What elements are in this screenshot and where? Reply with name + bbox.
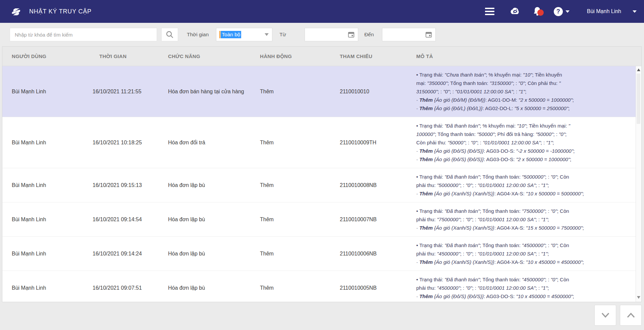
page-title: NHẬT KÝ TRUY CẬP: [29, 8, 92, 15]
table-row[interactable]: Bùi Mạnh Linh16/10/2021 09:14:54Hóa đơn …: [2, 202, 636, 237]
description-line: · Thêm {Áo gió (Đỏ/S) (Đỏ/S)}: AG03-DO-S…: [416, 292, 630, 300]
app-logo-icon: [10, 5, 22, 17]
description-line: · Thêm {Áo gió (Đỏ/S) (Đỏ/S)}: AG03-DO-S…: [416, 155, 630, 163]
cell-function: Hóa đơn bán hàng tại cửa hàng: [168, 88, 260, 95]
column-header-4[interactable]: THAM CHIẾU: [340, 53, 416, 59]
access-log-table: NGƯỜI DÙNGTHỜI GIANCHỨC NĂNGHÀNH ĐỘNGTHA…: [2, 46, 642, 302]
cell-time: 16/10/2021 10:18:25: [93, 139, 168, 146]
cell-time: 16/10/2021 09:14:54: [93, 216, 168, 223]
column-header-0[interactable]: NGƯỜI DÙNG: [2, 53, 93, 59]
cell-reference: 2110010007NB: [340, 216, 416, 223]
from-date-input[interactable]: [305, 28, 358, 41]
time-range-select[interactable]: Toàn bộ: [216, 28, 272, 41]
calendar-icon: [425, 31, 432, 38]
column-header-2[interactable]: CHỨC NĂNG: [168, 53, 260, 59]
description-line: phải thu: "7500000"; : "0"; : "01/01/000…: [416, 215, 630, 224]
description-line: · Thêm {Áo gió (Xanh/S) (Xanh/S)}: AG04-…: [416, 258, 630, 266]
column-header-5[interactable]: MÔ TẢ: [416, 53, 641, 59]
chevron-up-icon: [626, 312, 636, 319]
cell-reference: 2110010009TH: [340, 139, 416, 146]
column-header-3[interactable]: HÀNH ĐỘNG: [260, 53, 340, 59]
description-line: 100000"; Tổng thanh toán: "50000"; Phí đ…: [416, 130, 630, 138]
cell-action: Thêm: [260, 250, 340, 257]
to-date-label: Đến: [364, 32, 374, 38]
cell-user: Bùi Mạnh Linh: [2, 250, 93, 257]
calendar-icon: [347, 31, 355, 38]
notification-badge: [537, 9, 544, 16]
cell-function: Hóa đơn lập bù: [168, 284, 260, 292]
cell-time: 16/10/2021 09:15:13: [93, 182, 168, 189]
description-line: · Thêm {Áo gió (Xanh/S) (Xanh/S)}: AG04-…: [416, 189, 630, 198]
scrollbar-thumb[interactable]: [637, 74, 640, 124]
app-window: NHẬT KÝ TRUY CẬP: [0, 0, 644, 330]
description-line: · Thêm {Áo gió (Đỏ/S) (Đỏ/S)}: AG03-DO-S…: [416, 147, 630, 155]
table-row[interactable]: Bùi Mạnh Linh16/10/2021 11:21:55Hóa đơn …: [2, 66, 636, 117]
scroll-up-arrow-icon[interactable]: [637, 68, 640, 71]
scroll-down-arrow-icon[interactable]: [637, 296, 640, 299]
notifications-bell-icon[interactable]: [533, 6, 542, 16]
table-body: Bùi Mạnh Linh16/10/2021 11:21:55Hóa đơn …: [2, 66, 636, 302]
user-menu-label[interactable]: Bùi Mạnh Linh: [587, 8, 621, 14]
description-line: phải thu: "4500000"; : "0"; : "01/01/000…: [416, 249, 630, 258]
cell-action: Thêm: [260, 182, 340, 189]
cell-user: Bùi Mạnh Linh: [2, 216, 93, 223]
cell-reference: 2110010006NB: [340, 250, 416, 257]
description-line: 3150000"; : "0"; : "01/01/0001 12:00:00 …: [416, 87, 630, 96]
description-line: · Thêm {Áo gió (Đỏ/L) (Đỏ/L)}: AG02-DO-L…: [416, 104, 630, 112]
cell-description: • Trạng thái: "Đã thanh toán"; % khuyến …: [416, 117, 636, 168]
search-input[interactable]: [10, 28, 157, 41]
description-line: phải thu: "5000000"; : "0"; : "01/01/000…: [416, 181, 630, 189]
cell-time: 16/10/2021 09:14:24: [93, 250, 168, 257]
to-date-input[interactable]: [382, 28, 436, 41]
cell-function: Hóa đơn lập bù: [168, 182, 260, 189]
cell-description: • Trạng thái: "Đã thanh toán"; Tổng than…: [416, 168, 636, 202]
cloud-sync-icon[interactable]: [508, 7, 521, 16]
cell-description: • Trạng thái: "Chưa thanh toán"; % khuyế…: [416, 66, 636, 117]
cell-time: 16/10/2021 09:07:51: [93, 284, 168, 292]
cell-action: Thêm: [260, 284, 340, 292]
description-line: • Trạng thái: "Đã thanh toán"; Tổng than…: [416, 241, 630, 249]
cell-reference: 2110010010: [340, 88, 416, 95]
table-row[interactable]: Bùi Mạnh Linh16/10/2021 09:15:13Hóa đơn …: [2, 168, 636, 202]
search-button[interactable]: [161, 28, 178, 41]
cell-action: Thêm: [260, 88, 340, 95]
cell-function: Hóa đơn lập bù: [168, 250, 260, 257]
description-line: · Thêm {Áo gió (Đỏ/M) (Đỏ/M)}: AG01-DO-M…: [416, 96, 630, 104]
cell-description: • Trạng thái: "Đã thanh toán"; Tổng than…: [416, 271, 636, 302]
help-icon: ?: [554, 7, 563, 16]
cell-function: Hóa đơn lập bù: [168, 216, 260, 223]
vertical-scrollbar[interactable]: [636, 66, 641, 302]
scroll-down-button[interactable]: [594, 305, 616, 326]
cell-user: Bùi Mạnh Linh: [2, 182, 93, 189]
table-row[interactable]: Bùi Mạnh Linh16/10/2021 09:07:51Hóa đơn …: [2, 271, 636, 302]
column-header-1[interactable]: THỜI GIAN: [93, 53, 168, 59]
text-cursor: [219, 31, 220, 38]
description-line: · Thêm {Áo gió (Xanh/S) (Xanh/S)}: AG04-…: [416, 224, 630, 232]
cell-user: Bùi Mạnh Linh: [2, 139, 93, 146]
help-menu[interactable]: ?: [554, 7, 570, 16]
cell-user: Bùi Mạnh Linh: [2, 88, 93, 95]
time-range-value: Toàn bộ: [221, 31, 241, 38]
filter-toolbar: Thời gian Toàn bộ Từ Đến: [0, 23, 644, 46]
cell-reference: 2110010005NB: [340, 284, 416, 292]
table-row[interactable]: Bùi Mạnh Linh16/10/2021 10:18:25Hóa đơn …: [2, 117, 636, 168]
select-caret-icon: [265, 33, 269, 36]
top-navigation-bar: NHẬT KÝ TRUY CẬP: [0, 0, 644, 23]
cell-description: • Trạng thái: "Đã thanh toán"; Tổng than…: [416, 202, 636, 236]
description-line: • Trạng thái: "Đã thanh toán"; % khuyến …: [416, 122, 630, 130]
time-filter-label: Thời gian: [187, 32, 209, 38]
search-icon: [165, 30, 174, 39]
from-date-label: Từ: [279, 32, 286, 38]
cell-reference: 2110010008NB: [340, 182, 416, 189]
topbar-actions: ? Bùi Mạnh Linh: [485, 6, 637, 16]
user-menu-caret-icon[interactable]: [633, 10, 637, 13]
chevron-down-icon: [600, 312, 611, 319]
cell-time: 16/10/2021 11:21:55: [93, 88, 168, 95]
description-line: phải thu: "4500000"; : "0"; : "01/01/000…: [416, 284, 630, 292]
description-line: • Trạng thái: "Đã thanh toán"; Tổng than…: [416, 207, 630, 215]
menu-icon[interactable]: [485, 8, 495, 15]
scroll-up-button[interactable]: [620, 305, 642, 326]
table-header: NGƯỜI DÙNGTHỜI GIANCHỨC NĂNGHÀNH ĐỘNGTHA…: [2, 47, 641, 66]
cell-action: Thêm: [260, 139, 340, 146]
table-row[interactable]: Bùi Mạnh Linh16/10/2021 09:14:24Hóa đơn …: [2, 237, 636, 271]
